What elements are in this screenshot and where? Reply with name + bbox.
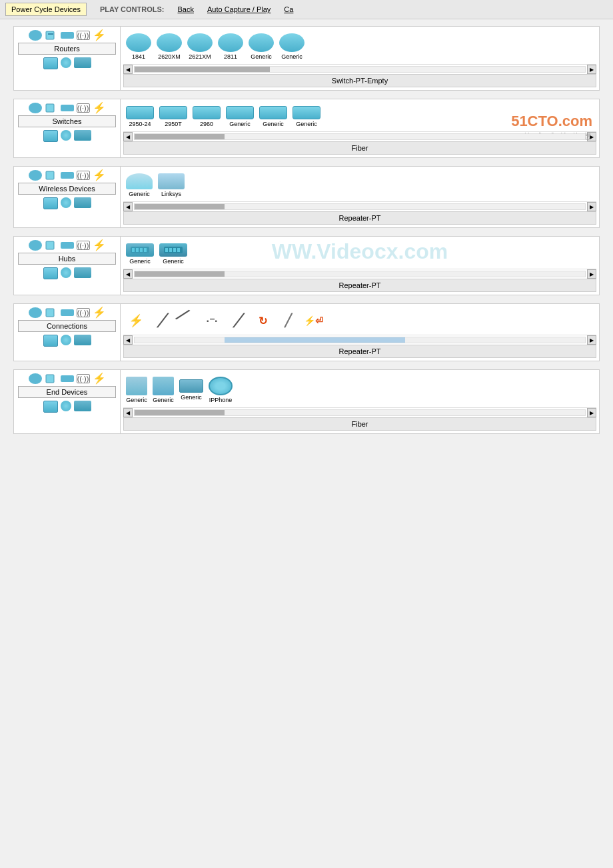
hub-monitor-icon[interactable] <box>43 267 58 279</box>
sw-router-icon[interactable] <box>29 103 42 113</box>
hub-battery-icon[interactable]: ((·)) <box>77 241 90 250</box>
connections-left-panel: ((·)) ⚡ Connections <box>14 304 121 361</box>
device-generic-r1[interactable]: Generic <box>249 33 274 60</box>
ed-switch-icon[interactable] <box>61 374 74 383</box>
hub-scroll-right-button[interactable]: ▶ <box>587 269 596 279</box>
ed-scroll-right-button[interactable]: ▶ <box>587 408 596 417</box>
circle-icon[interactable] <box>61 57 71 68</box>
device-linksys[interactable]: Linksys <box>158 173 185 197</box>
sw-scroll-left-button[interactable]: ◀ <box>123 132 133 141</box>
device-generic-r2[interactable]: Generic <box>279 33 305 60</box>
conn-lightning-icon[interactable]: ⚡ <box>93 308 106 317</box>
ed-scroll-left-button[interactable]: ◀ <box>123 408 133 417</box>
hub-lightning-icon[interactable]: ⚡ <box>93 241 106 250</box>
device-2811[interactable]: 2811 <box>218 33 243 60</box>
file-icon[interactable] <box>45 31 58 40</box>
conn-file-icon[interactable] <box>45 308 58 317</box>
ed-stack-icon[interactable] <box>74 401 91 411</box>
device-hub-generic1[interactable]: Generic <box>126 243 154 265</box>
battery-icon[interactable]: ((·)) <box>77 31 90 40</box>
conn-router-icon[interactable] <box>29 308 42 317</box>
capture-button[interactable]: Ca <box>284 5 293 13</box>
conn-console[interactable]: ╱ <box>151 311 171 331</box>
conn-stack-icon[interactable] <box>74 335 91 345</box>
sw-scroll-track[interactable] <box>134 133 586 140</box>
scroll-left-button[interactable]: ◀ <box>123 65 133 74</box>
conn-coaxial[interactable]: ↻ <box>253 311 273 331</box>
wl-scroll-left-button[interactable]: ◀ <box>123 202 133 211</box>
sw-switch-icon[interactable] <box>61 103 74 113</box>
conn-serial[interactable]: ·⁻· <box>202 311 222 331</box>
hub-router-icon[interactable] <box>29 241 42 250</box>
device-generic-sw1[interactable]: Generic <box>226 106 254 127</box>
connections-bottom-icons <box>43 335 91 347</box>
wl-monitor-icon[interactable] <box>43 197 58 209</box>
conn-scroll-right-button[interactable]: ▶ <box>587 335 596 345</box>
sw-file-icon[interactable] <box>45 103 58 113</box>
device-2950-24[interactable]: 2950-24 <box>126 106 154 127</box>
ed-router-icon[interactable] <box>29 374 42 383</box>
conn-fiber[interactable]: ╱ <box>278 311 298 331</box>
conn-auto-type[interactable]: ⚡ <box>126 311 146 331</box>
device-generic-pc3[interactable]: Generic <box>179 379 203 401</box>
wl-battery-icon[interactable]: ((·)) <box>77 171 90 180</box>
ed-battery-icon[interactable]: ((·)) <box>77 374 90 383</box>
ed-lightning-icon[interactable]: ⚡ <box>93 374 106 383</box>
device-hub-generic2[interactable]: Generic <box>159 243 187 265</box>
wl-file-icon[interactable] <box>45 171 58 180</box>
wl-circle-icon[interactable] <box>61 197 71 208</box>
router-icon[interactable] <box>29 31 42 40</box>
device-2960[interactable]: 2960 <box>193 106 221 127</box>
hub-stack-icon[interactable] <box>74 267 91 278</box>
sw-scroll-right-button[interactable]: ▶ <box>587 132 596 141</box>
scroll-right-button[interactable]: ▶ <box>587 65 596 74</box>
wl-switch-icon[interactable] <box>61 171 74 180</box>
ed-circle-icon[interactable] <box>61 401 71 411</box>
conn-scroll-track[interactable] <box>134 337 586 343</box>
device-generic-wl[interactable]: Generic <box>126 173 153 197</box>
device-2621xm[interactable]: 2621XM <box>187 33 213 60</box>
monitor-icon[interactable] <box>43 57 58 69</box>
device-1841[interactable]: 1841 <box>126 33 151 60</box>
conn-straight[interactable]: ╱ <box>173 307 201 335</box>
scroll-track[interactable] <box>134 66 586 73</box>
device-ipphone[interactable]: IPPhone <box>209 377 233 403</box>
switch-icon[interactable] <box>61 31 74 40</box>
device-generic-pc1[interactable]: Generic <box>126 377 147 403</box>
conn-scroll-left-button[interactable]: ◀ <box>123 335 133 345</box>
hub-circle-icon[interactable] <box>61 267 71 278</box>
wl-scroll-right-button[interactable]: ▶ <box>587 202 596 211</box>
conn-monitor-icon[interactable] <box>43 335 58 347</box>
power-cycle-button[interactable]: Power Cycle Devices <box>5 3 87 16</box>
lightning-icon[interactable]: ⚡ <box>93 31 106 40</box>
conn-phone[interactable]: ╱ <box>227 311 247 331</box>
conn-circle-icon[interactable] <box>61 335 71 345</box>
wl-router-icon[interactable] <box>29 171 42 180</box>
hub-scroll-track[interactable] <box>134 271 586 277</box>
sw-monitor-icon[interactable] <box>43 130 58 142</box>
hub-scroll-left-button[interactable]: ◀ <box>123 269 133 279</box>
device-generic-sw3[interactable]: Generic <box>293 106 320 127</box>
conn-switch-icon[interactable] <box>61 308 74 317</box>
auto-capture-button[interactable]: Auto Capture / Play <box>207 5 271 13</box>
sw-lightning-icon[interactable]: ⚡ <box>93 103 106 113</box>
conn-battery-icon[interactable]: ((·)) <box>77 308 90 317</box>
hub-switch-icon[interactable] <box>61 241 74 250</box>
device-generic-pc2[interactable]: Generic <box>153 377 174 403</box>
sw-stack-icon[interactable] <box>74 130 91 141</box>
wl-lightning-icon[interactable]: ⚡ <box>93 171 106 180</box>
ed-scroll-track[interactable] <box>134 409 586 416</box>
ed-monitor-icon[interactable] <box>43 401 58 413</box>
wl-stack-icon[interactable] <box>74 197 91 208</box>
back-button[interactable]: Back <box>178 5 194 13</box>
sw-battery-icon[interactable]: ((·)) <box>77 103 90 113</box>
hub-file-icon[interactable] <box>45 241 58 250</box>
stack-icon[interactable] <box>74 57 91 68</box>
device-2620xm[interactable]: 2620XM <box>157 33 182 60</box>
wl-scroll-track[interactable] <box>134 203 586 210</box>
sw-circle-icon[interactable] <box>61 130 71 141</box>
conn-usb[interactable]: ⚡⏎ <box>303 311 323 331</box>
device-generic-sw2[interactable]: Generic <box>259 106 287 127</box>
ed-file-icon[interactable] <box>45 374 58 383</box>
device-2950t[interactable]: 2950T <box>159 106 187 127</box>
